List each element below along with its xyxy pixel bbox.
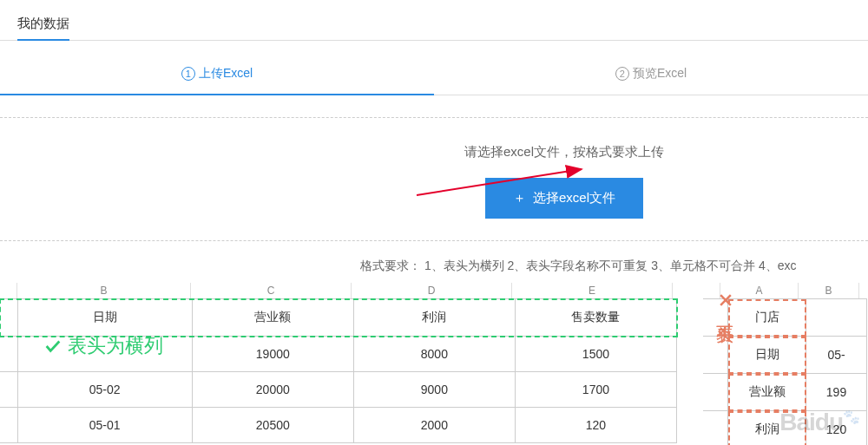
th-revenue: 营业额	[192, 299, 353, 337]
step-label: 预览Excel	[633, 66, 687, 80]
paw-icon: 🐾	[843, 409, 859, 424]
upload-hint: 请选择excel文件，按格式要求上传	[260, 144, 868, 160]
plus-icon: ＋	[513, 190, 526, 205]
good-example-label: 表头为横列	[43, 333, 163, 359]
step-num-icon: 2	[615, 67, 629, 81]
choose-file-label: 选择excel文件	[533, 190, 615, 205]
format-requirements: 格式要求： 1、表头为横列 2、表头字段名称不可重复 3、单元格不可合并 4、e…	[0, 241, 868, 283]
choose-file-button[interactable]: ＋选择excel文件	[485, 178, 643, 219]
watermark: Baidu🐾	[779, 409, 859, 436]
table-row: 日期05-	[703, 337, 867, 374]
x-icon	[717, 291, 734, 309]
check-icon	[43, 337, 62, 356]
tab-my-data[interactable]: 我的数据	[17, 9, 69, 41]
step-num-icon: 1	[181, 67, 195, 81]
good-example: B C D E 日期 营业额 利润 售卖数量 19000 80	[0, 283, 677, 445]
step-preview[interactable]: 2预览Excel	[434, 54, 868, 95]
step-nav: 1上传Excel 2预览Excel	[0, 54, 868, 95]
table-row: 05-02 20000 9000 1700	[0, 372, 677, 408]
th-profit: 利润	[353, 299, 515, 337]
col-letter: B	[799, 283, 859, 298]
table-header-row: 日期 营业额 利润 售卖数量	[0, 299, 677, 337]
table-row: 营业额199	[703, 374, 867, 411]
step-label: 上传Excel	[199, 66, 253, 80]
step-upload[interactable]: 1上传Excel	[0, 54, 434, 95]
col-letter: C	[191, 283, 352, 298]
col-letter: E	[512, 283, 673, 298]
bad-example-label: 表头不可	[713, 291, 737, 312]
th-date: 日期	[17, 299, 192, 337]
col-letter: D	[352, 283, 512, 298]
col-letter: B	[17, 283, 191, 298]
th-qty: 售卖数量	[515, 299, 676, 337]
table-row: 05-01 20500 2000 120	[0, 408, 677, 443]
